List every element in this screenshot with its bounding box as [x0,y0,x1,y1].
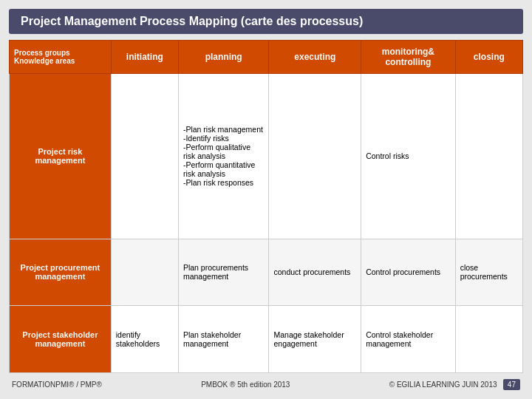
table-container: Process groups Knowledge areas initiatin… [9,40,523,373]
cell-initiating: identify stakeholders [111,306,178,373]
process-table: Process groups Knowledge areas initiatin… [9,40,523,373]
cell-planning: Plan procurements management [178,239,269,306]
page-number: 47 [503,379,520,390]
cell-executing [269,74,361,239]
cell-initiating [111,74,178,239]
header-planning: planning [178,41,269,74]
header-monitoring: monitoring& controlling [361,41,456,74]
footer-center: PMBOK ® 5th edition 2013 [201,381,290,389]
cell-initiating [111,239,178,306]
page-title: Project Management Process Mapping (cart… [9,9,523,34]
cell-executing: Manage stakeholder engagement [269,306,361,373]
footer-right: © EGILIA LEARNING JUIN 2013 47 [389,381,520,389]
page: Project Management Process Mapping (cart… [0,0,532,399]
cell-closing [455,74,522,239]
header-col0: Process groups Knowledge areas [10,41,112,74]
cell-planning: -Plan risk management -Identify risks -P… [178,74,269,239]
row-label: Project procurement management [10,239,112,306]
cell-monitoring: Control stakeholder management [361,306,456,373]
cell-monitoring: Control procurements [361,239,456,306]
cell-closing: close procurements [455,239,522,306]
header-initiating: initiating [111,41,178,74]
header-closing: closing [455,41,522,74]
header-executing: executing [269,41,361,74]
row-label: Project risk management [10,74,112,239]
cell-executing: conduct procurements [269,239,361,306]
cell-monitoring: Control risks [361,74,456,239]
cell-planning: Plan stakeholder management [178,306,269,373]
cell-closing [455,306,522,373]
footer: FORMATIONPMI® / PMP® PMBOK ® 5th edition… [9,379,523,390]
footer-left: FORMATIONPMI® / PMP® [12,381,102,389]
row-label: Project stakeholder management [10,306,112,373]
